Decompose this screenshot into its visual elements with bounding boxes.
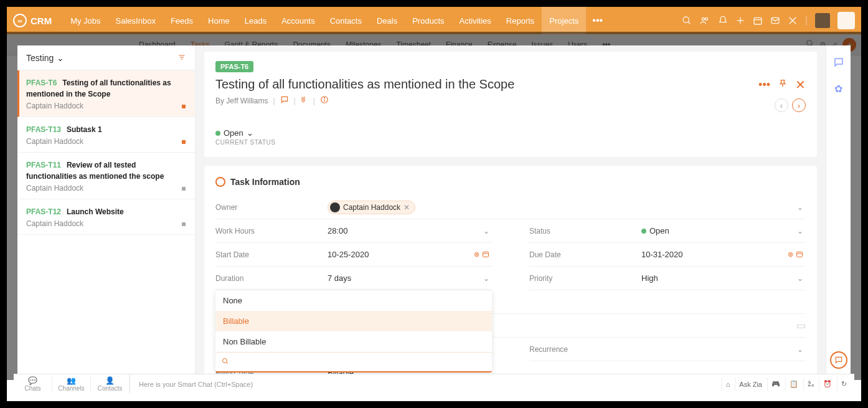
svg-point-2 — [702, 17, 704, 20]
nav-reports[interactable]: Reports — [499, 7, 542, 34]
task-item[interactable]: PFAS-T11 Review of all tested functional… — [17, 153, 195, 199]
attachment-icon[interactable] — [301, 95, 308, 106]
recurrence-label: Recurrence — [529, 345, 641, 354]
chevron-down-icon[interactable]: ⌄ — [797, 274, 803, 283]
comment-icon[interactable] — [280, 95, 289, 106]
chevron-down-icon[interactable]: ⌄ — [483, 274, 489, 283]
nav-activities[interactable]: Activities — [452, 7, 499, 34]
clock-icon[interactable]: ⏰ — [819, 377, 836, 391]
task-item[interactable]: PFAS-T12 Launch WebsiteCaptain Haddock◆ — [17, 199, 195, 235]
status-selector[interactable]: Open ⌄ — [215, 128, 806, 138]
task-item-id: PFAS-T11 — [26, 161, 61, 169]
svg-rect-19 — [849, 23, 850, 24]
prev-task-icon[interactable]: ‹ — [775, 98, 788, 112]
remove-owner-icon[interactable]: ✕ — [403, 203, 410, 212]
task-header-card: PFAS-T6 Testing of all functionalities a… — [204, 52, 817, 157]
status-value: Open — [224, 128, 243, 138]
bottom-chats[interactable]: 💬Chats — [14, 375, 52, 393]
svg-rect-13 — [849, 17, 850, 18]
people-icon[interactable] — [699, 16, 710, 26]
owner-field[interactable]: Captain Haddock ✕ — [328, 201, 797, 214]
pin-icon[interactable] — [778, 78, 788, 91]
nav-home[interactable]: Home — [200, 7, 237, 34]
nav-more-icon[interactable]: ••• — [586, 15, 609, 26]
comment-tab-icon[interactable] — [833, 57, 844, 70]
chevron-down-icon[interactable]: ⌄ — [483, 227, 489, 235]
status-field[interactable]: Status Open ⌄ — [529, 219, 806, 243]
ask-zia-button[interactable]: Ask Zia — [735, 377, 766, 391]
gear-icon[interactable]: ✿ — [834, 83, 842, 95]
svg-rect-12 — [846, 17, 847, 18]
game-icon[interactable]: 🎮 — [767, 377, 784, 391]
za-icon[interactable]: ẑₐ — [803, 377, 818, 391]
user-avatar[interactable] — [815, 13, 830, 28]
section-title: Task Information — [230, 177, 300, 187]
startdate-field[interactable]: Start Date 10-25-2020 ⊗ — [215, 243, 492, 267]
nav-projects[interactable]: Projects — [542, 7, 586, 34]
task-more-icon[interactable]: ••• — [758, 78, 770, 92]
chevron-down-icon[interactable]: ⌄ — [797, 345, 803, 354]
nav-leads[interactable]: Leads — [237, 7, 274, 34]
screen-icon[interactable]: ⌂ — [722, 377, 734, 391]
tools-icon[interactable] — [788, 16, 798, 26]
filter-icon[interactable] — [177, 52, 186, 64]
owner-value: Captain Haddock — [343, 203, 400, 212]
bell-icon[interactable] — [718, 16, 728, 26]
info-icon[interactable] — [320, 95, 329, 106]
nav-deals[interactable]: Deals — [369, 7, 405, 34]
app-switcher-icon[interactable] — [837, 12, 855, 29]
nav-products[interactable]: Products — [405, 7, 451, 34]
task-item[interactable]: PFAS-T13 Subtask 1Captain Haddock◆ — [17, 117, 195, 153]
clipboard-icon[interactable]: 📋 — [785, 377, 802, 391]
status-dot-icon — [641, 229, 646, 234]
recurrence-field[interactable]: Recurrence ⌄ — [529, 338, 806, 361]
duration-label: Duration — [215, 274, 328, 283]
sidebar-group-selector[interactable]: Testing ⌄ — [26, 53, 64, 63]
calendar-icon[interactable] — [753, 16, 763, 26]
chevron-down-icon[interactable]: ⌄ — [797, 227, 803, 235]
brand-logo[interactable]: ∞ CRM — [13, 14, 52, 27]
nav-my-jobs[interactable]: My Jobs — [63, 7, 108, 34]
svg-rect-29 — [483, 252, 489, 257]
svg-point-3 — [705, 17, 708, 20]
priority-field[interactable]: Priority High ⌄ — [529, 267, 806, 290]
calendar-icon[interactable] — [482, 250, 489, 259]
workhours-field[interactable]: Work Hours 28:00 ⌄ — [215, 219, 492, 243]
priority-diamond-icon: ◆ — [179, 184, 189, 193]
status-field-value: Open — [649, 226, 669, 235]
history-icon[interactable]: ↻ — [837, 377, 851, 391]
nav-contacts[interactable]: Contacts — [323, 7, 369, 34]
dropdown-option[interactable]: Non Billable — [215, 331, 492, 352]
calendar-icon[interactable] — [796, 250, 803, 259]
bottom-contacts[interactable]: 👤Contacts — [91, 375, 130, 393]
nav-feeds[interactable]: Feeds — [163, 7, 200, 34]
close-icon[interactable]: ✕ — [795, 77, 806, 92]
task-item[interactable]: PFAS-T6 Testing of all functionalities a… — [17, 70, 195, 117]
mail-icon[interactable] — [770, 16, 780, 26]
svg-point-0 — [683, 17, 689, 22]
tags-icon[interactable]: ▭ — [796, 320, 806, 331]
dropdown-option[interactable]: Billable — [215, 311, 492, 331]
chevron-down-icon[interactable]: ⌄ — [797, 203, 803, 212]
dropdown-search[interactable] — [215, 352, 492, 372]
billing-dropdown: NoneBillableNon Billable — [215, 290, 492, 372]
task-author: By Jeff Williams — [215, 97, 268, 105]
svg-rect-6 — [754, 17, 762, 24]
owner-avatar-icon — [330, 202, 340, 212]
bottom-channels[interactable]: 👥Channels — [52, 375, 91, 393]
task-item-assignee: Captain Haddock — [26, 137, 83, 146]
help-button[interactable] — [830, 351, 847, 369]
next-task-icon[interactable]: › — [792, 98, 806, 112]
duration-field[interactable]: Duration 7 days ⌄ NoneBillableNon Billab… — [215, 267, 492, 290]
nav-salesinbox[interactable]: SalesInbox — [108, 7, 163, 34]
svg-point-27 — [324, 98, 324, 98]
nav-accounts[interactable]: Accounts — [274, 7, 322, 34]
dropdown-option[interactable]: None — [215, 290, 492, 311]
priority-value: High — [641, 273, 797, 283]
duedate-field[interactable]: Due Date 10-31-2020 ⊗ — [529, 243, 806, 267]
clear-date-icon[interactable]: ⊗ — [474, 250, 479, 259]
clear-date-icon[interactable]: ⊗ — [788, 250, 793, 259]
chevron-down-icon: ⌄ — [247, 128, 253, 138]
plus-icon[interactable] — [735, 16, 745, 26]
search-icon[interactable] — [682, 16, 692, 26]
